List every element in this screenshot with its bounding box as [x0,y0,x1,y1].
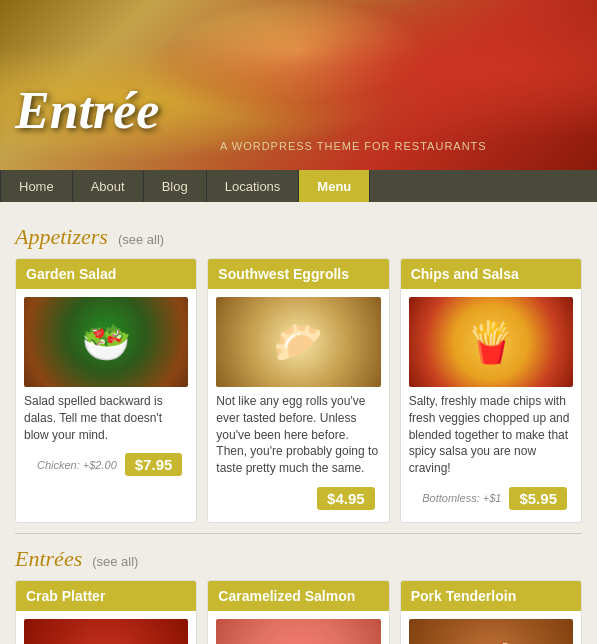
item-desc-southwest-eggrolls: Not like any egg rolls you've ever taste… [216,393,380,477]
item-header-crab-platter: Crab Platter [16,581,196,611]
item-name-pork-tenderloin: Pork Tenderloin [411,588,517,604]
item-price-chips-and-salsa: $5.95 [509,487,567,510]
item-modifier-chips-and-salsa: Bottomless: +$1 [422,492,501,504]
item-footer-garden-salad: Chicken: +$2.00 $7.95 [24,449,188,480]
item-body-caramelized-salmon [208,611,388,644]
item-name-garden-salad: Garden Salad [26,266,116,282]
entrees-section-header: Entrées (see all) [15,546,582,572]
nav-locations[interactable]: Locations [207,170,300,202]
item-image-crab-platter [24,619,188,644]
entrees-see-all[interactable]: (see all) [92,554,138,569]
item-body-crab-platter [16,611,196,644]
nav-home[interactable]: Home [0,170,73,202]
nav-about[interactable]: About [73,170,144,202]
item-modifier-garden-salad: Chicken: +$2.00 [37,459,117,471]
appetizers-section-header: Appetizers (see all) [15,224,582,250]
item-southwest-eggrolls: Southwest Eggrolls Not like any egg roll… [207,258,389,523]
item-header-southwest-eggrolls: Southwest Eggrolls [208,259,388,289]
site-tagline: A WORDPRESS THEME FOR RESTAURANTS [220,140,487,152]
item-image-pork-tenderloin [409,619,573,644]
item-desc-garden-salad: Salad spelled backward is dalas. Tell me… [24,393,188,443]
item-body-pork-tenderloin [401,611,581,644]
item-image-chips-and-salsa [409,297,573,387]
item-price-southwest-eggrolls: $4.95 [317,487,375,510]
site-logo: Entrée [15,81,159,140]
item-image-caramelized-salmon [216,619,380,644]
item-garden-salad: Garden Salad Salad spelled backward is d… [15,258,197,523]
main-content: Appetizers (see all) Garden Salad Salad … [0,202,597,644]
item-body-southwest-eggrolls: Not like any egg rolls you've ever taste… [208,289,388,522]
item-name-chips-and-salsa: Chips and Salsa [411,266,519,282]
item-footer-chips-and-salsa: Bottomless: +$1 $5.95 [409,483,573,514]
item-footer-southwest-eggrolls: $4.95 [216,483,380,514]
item-name-caramelized-salmon: Caramelized Salmon [218,588,355,604]
item-name-crab-platter: Crab Platter [26,588,105,604]
entrees-title: Entrées [15,546,82,572]
item-chips-and-salsa: Chips and Salsa Salty, freshly made chip… [400,258,582,523]
section-divider [15,533,582,534]
appetizers-see-all[interactable]: (see all) [118,232,164,247]
item-crab-platter: Crab Platter [15,580,197,644]
item-header-pork-tenderloin: Pork Tenderloin [401,581,581,611]
item-header-chips-and-salsa: Chips and Salsa [401,259,581,289]
item-header-caramelized-salmon: Caramelized Salmon [208,581,388,611]
item-name-southwest-eggrolls: Southwest Eggrolls [218,266,349,282]
appetizers-title: Appetizers [15,224,108,250]
item-image-garden-salad [24,297,188,387]
appetizers-grid: Garden Salad Salad spelled backward is d… [15,258,582,523]
item-body-chips-and-salsa: Salty, freshly made chips with fresh veg… [401,289,581,522]
item-image-southwest-eggrolls [216,297,380,387]
item-price-garden-salad: $7.95 [125,453,183,476]
nav-blog[interactable]: Blog [144,170,207,202]
site-header: Entrée A WORDPRESS THEME FOR RESTAURANTS [0,0,597,170]
item-desc-chips-and-salsa: Salty, freshly made chips with fresh veg… [409,393,573,477]
item-body-garden-salad: Salad spelled backward is dalas. Tell me… [16,289,196,488]
item-pork-tenderloin: Pork Tenderloin [400,580,582,644]
item-caramelized-salmon: Caramelized Salmon [207,580,389,644]
nav-menu[interactable]: Menu [299,170,370,202]
main-nav: Home About Blog Locations Menu [0,170,597,202]
entrees-grid: Crab Platter Caramelized Salmon Pork Ten… [15,580,582,644]
item-header-garden-salad: Garden Salad [16,259,196,289]
